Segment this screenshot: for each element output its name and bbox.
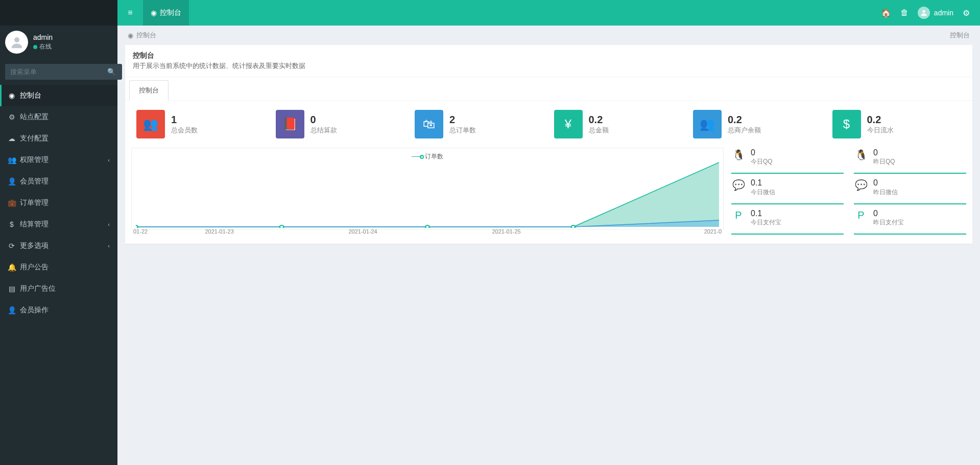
mini-label: 昨日微信 (873, 188, 898, 197)
stat-value: 1 (171, 114, 198, 126)
stat-value: 2 (449, 114, 476, 126)
mini-value: 0 (873, 208, 904, 218)
trash-icon[interactable]: 🗑 (900, 8, 909, 17)
yen-icon: ¥ (554, 110, 583, 138)
gears-icon[interactable]: ⚙ (963, 8, 970, 18)
nav-label: 订单管理 (20, 198, 49, 207)
nav-label: 会员管理 (20, 177, 49, 186)
qq-icon: 🐧 (731, 148, 746, 162)
mini-stat-3: 💬0昨日微信 (854, 178, 966, 204)
dashboard-icon: ◉ (151, 9, 157, 17)
stat-label: 总金额 (589, 126, 609, 135)
topbar-username: admin (934, 9, 953, 17)
users-icon: 👥 (136, 110, 165, 138)
sidebar-item-2[interactable]: ☁支付配置 (0, 128, 117, 149)
sidebar-item-5[interactable]: 💼订单管理 (0, 192, 117, 214)
mini-value: 0 (751, 148, 773, 157)
bag-icon: 🛍 (415, 110, 443, 138)
nav-label: 更多选项 (20, 241, 49, 250)
menu-toggle-button[interactable]: ≡ (117, 0, 143, 26)
stat-label: 总订单数 (449, 126, 476, 135)
mini-value: 0.1 (751, 178, 775, 188)
sidebar-item-8[interactable]: 🔔用户公告 (0, 257, 117, 278)
legend-label: 订单数 (425, 152, 443, 161)
users-icon: 👥 (693, 110, 722, 138)
stat-label: 总结算款 (310, 126, 337, 135)
mini-label: 昨日QQ (873, 157, 895, 166)
chart-legend[interactable]: 订单数 (412, 152, 443, 161)
mini-stat-0: 🐧0今日QQ (731, 148, 844, 174)
stat-label: 今日流水 (867, 126, 894, 135)
topbar: ≡ ◉ 控制台 🏠 🗑 admin ⚙ (117, 0, 980, 26)
chevron-left-icon: ‹ (108, 221, 110, 227)
users-icon: 👥 (8, 156, 16, 164)
search-input[interactable] (5, 64, 101, 80)
sidebar-item-3[interactable]: 👥权限管理‹ (0, 149, 117, 171)
svg-point-0 (14, 37, 19, 42)
panel-tab-dashboard[interactable]: 控制台 (129, 80, 169, 101)
chart: 订单数 (131, 148, 724, 235)
book-icon: 📕 (276, 110, 304, 138)
gear-icon: ⚙ (8, 113, 16, 121)
user-icon: 👤 (8, 306, 16, 314)
sidebar-item-7[interactable]: ⟳更多选项‹ (0, 235, 117, 257)
nav-label: 用户广告位 (20, 284, 56, 293)
breadcrumb-label: 控制台 (136, 31, 156, 40)
svg-point-2 (136, 225, 138, 228)
topbar-user[interactable]: admin (918, 7, 953, 19)
panel-header: 控制台 用于展示当前系统中的统计数据、统计报表及重要实时数据 (125, 45, 972, 77)
tab-label: 控制台 (160, 8, 181, 17)
content: ◉控制台 控制台 控制台 用于展示当前系统中的统计数据、统计报表及重要实时数据 … (117, 26, 980, 465)
user-icon: 👤 (8, 177, 16, 185)
sidebar-item-4[interactable]: 👤会员管理 (0, 171, 117, 192)
chart-svg (136, 161, 719, 228)
qq-icon: 🐧 (854, 148, 868, 162)
dashboard-icon: ◉ (128, 32, 133, 39)
mini-label: 今日支付宝 (751, 218, 781, 227)
dollar-icon: $ (8, 220, 16, 228)
svg-point-4 (425, 225, 429, 228)
stat-box-2: 🛍2总订单数 (410, 110, 549, 138)
search-icon: 🔍 (107, 68, 116, 76)
stat-label: 总会员数 (171, 126, 198, 135)
breadcrumb-right[interactable]: 控制台 (950, 31, 970, 39)
wechat-icon: 💬 (854, 178, 868, 192)
user-panel: admin 在线 (0, 26, 117, 59)
sidebar-item-10[interactable]: 👤会员操作 (0, 299, 117, 321)
mini-label: 昨日支付宝 (873, 218, 904, 227)
stat-value: 0.2 (728, 114, 761, 126)
home-icon[interactable]: 🏠 (881, 8, 891, 18)
sidebar-item-1[interactable]: ⚙站点配置 (0, 106, 117, 128)
mini-value: 0 (873, 148, 895, 157)
mini-stats: 🐧0今日QQ🐧0昨日QQ💬0.1今日微信💬0昨日微信P0.1今日支付宝P0昨日支… (731, 148, 966, 235)
sidebar-item-9[interactable]: ▤用户广告位 (0, 278, 117, 299)
avatar[interactable] (5, 31, 28, 54)
mini-label: 今日QQ (751, 157, 773, 166)
mini-stat-1: 🐧0昨日QQ (854, 148, 966, 174)
stat-value: 0.2 (589, 114, 609, 126)
mini-value: 0 (873, 178, 898, 188)
user-name: admin (33, 33, 53, 41)
wechat-icon: 💬 (731, 178, 746, 192)
sidebar: admin 在线 🔍 ◉控制台⚙站点配置☁支付配置👥权限管理‹👤会员管理💼订单管… (0, 0, 117, 465)
chevron-left-icon: ‹ (108, 157, 110, 163)
nav-label: 结算管理 (20, 220, 49, 229)
panel-subtitle: 用于展示当前系统中的统计数据、统计报表及重要实时数据 (133, 61, 965, 71)
tab-dashboard[interactable]: ◉ 控制台 (143, 0, 189, 26)
stat-value: 0.2 (867, 114, 894, 126)
nav-label: 支付配置 (20, 134, 49, 143)
svg-point-1 (922, 10, 925, 13)
mini-stat-2: 💬0.1今日微信 (731, 178, 844, 204)
nav-label: 会员操作 (20, 306, 49, 315)
stats-grid: 👥1总会员数📕0总结算款🛍2总订单数¥0.2总金额👥0.2总商户余额$0.2今日… (125, 101, 972, 148)
svg-point-5 (571, 225, 576, 228)
stat-box-0: 👥1总会员数 (131, 110, 271, 138)
stat-box-3: ¥0.2总金额 (549, 110, 688, 138)
bell-icon: 🔔 (8, 263, 16, 271)
sidebar-item-0[interactable]: ◉控制台 (0, 85, 117, 106)
sidebar-item-6[interactable]: $结算管理‹ (0, 214, 117, 235)
logo[interactable] (0, 0, 117, 26)
nav-label: 控制台 (20, 91, 41, 100)
mini-value: 0.1 (751, 208, 781, 218)
avatar-icon (9, 35, 25, 50)
